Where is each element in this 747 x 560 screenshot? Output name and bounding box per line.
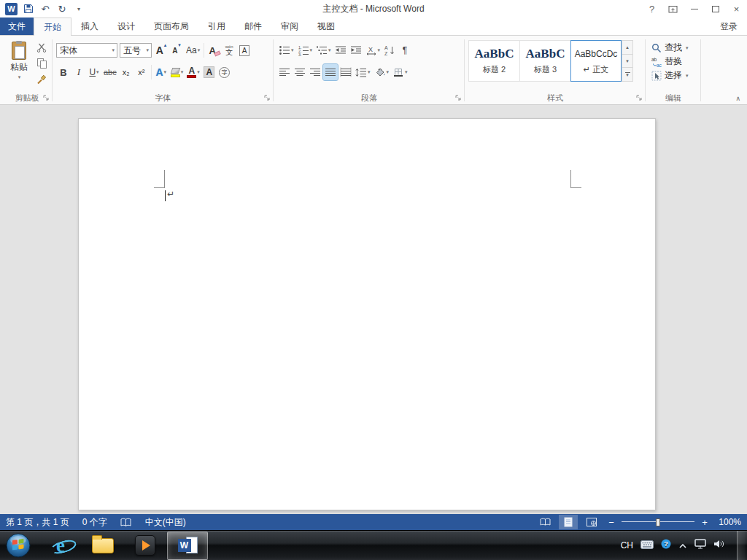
styles-dialog-launcher[interactable] bbox=[635, 94, 643, 102]
show-hide-marks-button[interactable]: ¶ bbox=[398, 42, 412, 58]
copy-button[interactable] bbox=[34, 55, 49, 71]
align-right-button[interactable] bbox=[308, 64, 322, 80]
superscript-button[interactable]: x² bbox=[134, 64, 149, 80]
clear-formatting-button[interactable]: A bbox=[206, 42, 221, 58]
style-scroll-up-button[interactable]: ▴ bbox=[622, 40, 633, 54]
qat-customize-dropdown-icon[interactable]: ▾ bbox=[73, 2, 85, 15]
grow-font-button[interactable]: A▴ bbox=[154, 42, 169, 58]
help-tray-button[interactable]: ? bbox=[661, 539, 671, 552]
tab-mailings[interactable]: 邮件 bbox=[235, 18, 271, 35]
zoom-slider-thumb[interactable] bbox=[656, 518, 660, 526]
print-layout-button[interactable] bbox=[559, 515, 578, 529]
change-case-button[interactable]: Aa▾ bbox=[185, 42, 201, 58]
bold-button[interactable]: B bbox=[56, 64, 71, 80]
borders-button[interactable]: ▾ bbox=[391, 64, 409, 80]
volume-tray-button[interactable] bbox=[713, 539, 724, 552]
zoom-out-button[interactable]: − bbox=[605, 517, 617, 528]
character-shading-button[interactable]: A bbox=[202, 64, 217, 80]
paragraph-dialog-launcher[interactable] bbox=[454, 94, 462, 102]
tab-home[interactable]: 开始 bbox=[34, 18, 71, 36]
distribute-button[interactable] bbox=[338, 64, 353, 80]
shrink-font-button[interactable]: A▾ bbox=[169, 42, 184, 58]
sign-in-link[interactable]: 登录 bbox=[711, 18, 747, 35]
subscript-button[interactable]: x₂ bbox=[119, 64, 133, 80]
undo-button[interactable]: ↶ bbox=[39, 2, 51, 15]
character-border-button[interactable]: A bbox=[237, 42, 252, 58]
shading-button[interactable]: ▾ bbox=[373, 64, 391, 80]
font-size-select[interactable]: 五号 ▾ bbox=[120, 43, 152, 58]
paste-button[interactable]: 粘贴 ▾ bbox=[5, 39, 33, 80]
word-logo-icon[interactable]: W bbox=[5, 3, 18, 15]
highlight-color-button[interactable]: ▾ bbox=[169, 64, 185, 80]
tab-design[interactable]: 设计 bbox=[108, 18, 144, 35]
increase-indent-button[interactable] bbox=[349, 42, 363, 58]
cut-button[interactable] bbox=[34, 39, 49, 55]
separator bbox=[204, 43, 204, 58]
web-layout-button[interactable] bbox=[582, 515, 601, 529]
font-dialog-launcher[interactable] bbox=[263, 94, 271, 102]
tab-review[interactable]: 审阅 bbox=[271, 18, 308, 35]
phonetic-guide-button[interactable]: wén文 bbox=[222, 42, 236, 58]
strikethrough-button[interactable]: abc bbox=[102, 64, 118, 80]
italic-button[interactable]: I bbox=[71, 64, 86, 80]
page-indicator[interactable]: 第 1 页，共 1 页 bbox=[6, 514, 76, 530]
language-indicator[interactable]: CH bbox=[621, 540, 633, 551]
start-button[interactable] bbox=[4, 532, 32, 559]
tab-page-layout[interactable]: 页面布局 bbox=[144, 18, 198, 35]
asian-layout-button[interactable]: X ▾ bbox=[364, 42, 382, 58]
replace-button[interactable]: abac 替换 bbox=[649, 55, 697, 69]
enclose-characters-button[interactable]: 字 bbox=[217, 64, 232, 80]
ribbon-display-options-button[interactable] bbox=[662, 1, 684, 17]
text-effects-button[interactable]: A▾ bbox=[154, 64, 169, 80]
close-button[interactable]: × bbox=[726, 1, 747, 17]
redo-button[interactable]: ↻ bbox=[56, 2, 68, 15]
multilevel-list-button[interactable]: ▾ bbox=[314, 42, 333, 58]
justify-button[interactable] bbox=[323, 64, 338, 80]
sort-button[interactable]: AZ bbox=[382, 42, 397, 58]
zoom-percentage[interactable]: 100% bbox=[715, 517, 741, 527]
bullets-button[interactable]: ▾ bbox=[277, 42, 295, 58]
tab-insert[interactable]: 插入 bbox=[71, 18, 108, 35]
taskbar-file-explorer[interactable] bbox=[82, 532, 123, 560]
style-gallery-more-button[interactable]: ▾ bbox=[622, 67, 633, 82]
font-family-select[interactable]: 宋体 ▾ bbox=[56, 43, 117, 58]
align-center-button[interactable] bbox=[293, 64, 307, 80]
help-button[interactable]: ? bbox=[641, 1, 662, 17]
minimize-button[interactable] bbox=[684, 1, 705, 17]
underline-button[interactable]: U▾ bbox=[87, 64, 101, 80]
tab-view[interactable]: 视图 bbox=[308, 18, 344, 35]
tab-references[interactable]: 引用 bbox=[198, 18, 235, 35]
maximize-button[interactable] bbox=[705, 1, 726, 17]
show-hidden-icons-button[interactable] bbox=[678, 539, 687, 552]
document-page[interactable]: ↵ bbox=[78, 118, 656, 510]
keyboard-tray-button[interactable] bbox=[640, 539, 654, 552]
collapse-ribbon-button[interactable]: ∧ bbox=[735, 95, 740, 102]
line-spacing-button[interactable]: ▾ bbox=[354, 64, 372, 80]
zoom-slider[interactable] bbox=[622, 517, 694, 527]
taskbar-internet-explorer[interactable]: e bbox=[40, 532, 81, 560]
save-button[interactable] bbox=[23, 2, 34, 15]
style-heading-2[interactable]: AaBbC 标题 2 bbox=[468, 40, 519, 82]
tab-file[interactable]: 文件 bbox=[0, 18, 34, 35]
read-mode-button[interactable] bbox=[535, 515, 554, 529]
style-normal-selected[interactable]: AaBbCcDc ↵ 正文 bbox=[570, 40, 622, 82]
format-painter-button[interactable] bbox=[34, 71, 49, 87]
zoom-in-button[interactable]: + bbox=[699, 517, 711, 528]
show-desktop-button[interactable] bbox=[737, 531, 746, 560]
network-tray-button[interactable] bbox=[694, 539, 706, 552]
taskbar-word-active[interactable]: W bbox=[167, 532, 208, 560]
taskbar-media-player[interactable] bbox=[125, 532, 166, 560]
find-button[interactable]: 查找 ▾ bbox=[649, 41, 697, 55]
style-scroll-down-button[interactable]: ▾ bbox=[622, 54, 633, 68]
language-status[interactable]: 中文(中国) bbox=[139, 514, 193, 530]
align-left-button[interactable] bbox=[277, 64, 292, 80]
decrease-indent-button[interactable] bbox=[333, 42, 348, 58]
document-area[interactable]: ↵ bbox=[0, 105, 747, 514]
select-button[interactable]: 选择 ▾ bbox=[649, 69, 697, 82]
font-color-button[interactable]: A▾ bbox=[185, 64, 201, 80]
style-heading-3[interactable]: AaBbC 标题 3 bbox=[519, 40, 570, 82]
clipboard-dialog-launcher[interactable] bbox=[42, 94, 50, 102]
proofing-status-button[interactable] bbox=[114, 514, 139, 530]
word-count[interactable]: 0 个字 bbox=[76, 514, 114, 530]
numbering-button[interactable]: 1.2.3. ▾ bbox=[296, 42, 314, 58]
